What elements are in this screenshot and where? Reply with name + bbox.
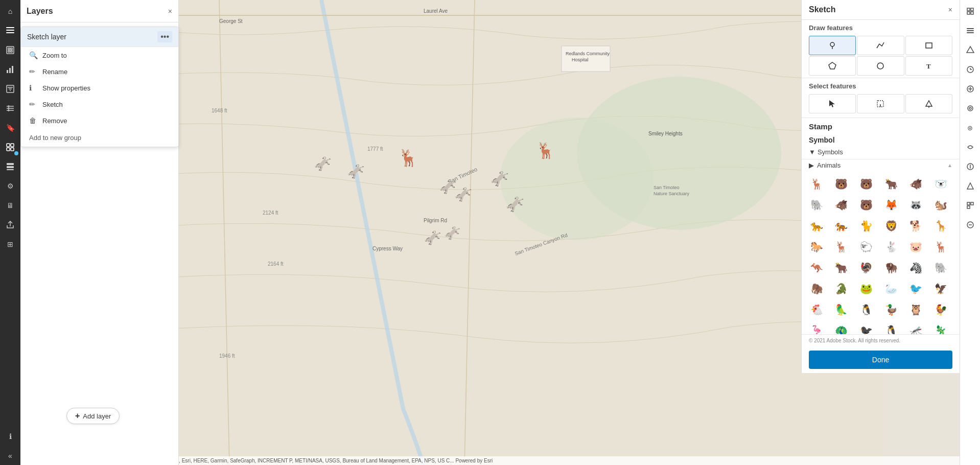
animal-boar[interactable]: 🐗 (906, 174, 926, 194)
remove-menu-item[interactable]: 🗑 Remove (21, 112, 178, 129)
animal-deer[interactable]: 🦌 (807, 174, 826, 194)
bookmark-toolbar-btn[interactable]: 🔖 (1, 119, 19, 137)
animal-eagle[interactable]: 🦅 (931, 279, 950, 298)
animal-grid[interactable]: 🦌🐻🐻🐂🐗🐻‍❄️🐘🐗🐻🦊🦝🐿️🐆🐅🐈🦁🐕🦒🐎🦌🐑🐇🐷🦌🦘🐂🦃🦬🦓🐘🦣🐊🐸🦢🐦🦅… (802, 171, 960, 334)
animal-crocodile[interactable]: 🐊 (832, 279, 851, 298)
animal-polar-bear[interactable]: 🐻‍❄️ (931, 174, 950, 194)
animal-crow[interactable]: 🐦‍⬛ (856, 321, 876, 334)
zoom-to-menu-item[interactable]: 🔍 Zoom to (21, 47, 178, 63)
animal-lion[interactable]: 🦁 (881, 216, 901, 236)
animal-flamingo[interactable]: 🦩 (807, 321, 826, 334)
animal-swan[interactable]: 🦢 (881, 279, 901, 298)
rt-btn-10[interactable] (961, 177, 979, 195)
animal-rooster[interactable]: 🐓 (931, 300, 950, 319)
animal-cheetah[interactable]: 🐆 (807, 216, 826, 236)
basemap-toolbar-btn[interactable] (1, 41, 19, 59)
rect-draw-tool-btn[interactable] (905, 36, 952, 55)
circle-draw-tool-btn[interactable] (857, 56, 904, 76)
animal-zebra[interactable]: 🦓 (906, 258, 926, 277)
apps-toolbar-btn[interactable]: ⊞ (1, 235, 19, 253)
add-layer-button[interactable]: + Add layer (66, 408, 120, 424)
monitor-toolbar-btn[interactable]: 🖥 (1, 196, 19, 215)
layers-toolbar-btn[interactable] (1, 21, 19, 40)
animal-horse[interactable]: 🐎 (807, 237, 826, 257)
filter-toolbar-btn[interactable] (1, 80, 19, 98)
animal-rabbit[interactable]: 🐇 (881, 237, 901, 257)
animal-bear-black[interactable]: 🐻 (856, 174, 876, 194)
animal-giraffe[interactable]: 🦒 (931, 216, 950, 236)
point-draw-tool-btn[interactable] (809, 36, 856, 55)
table-toolbar-btn[interactable] (1, 99, 19, 118)
rt-btn-3[interactable] (961, 41, 979, 59)
rt-btn-11[interactable] (961, 196, 979, 215)
svg-rect-33 (6, 30, 14, 31)
animal-tiger[interactable]: 🐅 (832, 216, 851, 236)
animal-deer-2[interactable]: 🦌 (832, 237, 851, 257)
animal-owl[interactable]: 🦉 (906, 300, 926, 319)
animal-turkey[interactable]: 🦃 (856, 258, 876, 277)
animal-bull[interactable]: 🐂 (832, 258, 851, 277)
animal-dog[interactable]: 🐕 (906, 216, 926, 236)
text-draw-tool-btn[interactable]: T (905, 56, 952, 76)
animal-penguin-2[interactable]: 🐧 (881, 321, 901, 334)
animal-sheep[interactable]: 🐑 (856, 237, 876, 257)
lasso-select-tool-btn[interactable] (857, 94, 904, 113)
polygon-draw-tool-btn[interactable] (809, 56, 856, 76)
sketch-menu-item[interactable]: ✏ Sketch (21, 96, 178, 112)
animal-mosquito[interactable]: 🦟 (906, 321, 926, 334)
animal-frog[interactable]: 🐸 (856, 279, 876, 298)
symbols-toggle-btn[interactable]: ▼ Symbols (809, 148, 843, 156)
animal-bird[interactable]: 🐦 (906, 279, 926, 298)
animal-elephant-dark[interactable]: 🐘 (807, 195, 826, 215)
rt-btn-5[interactable] (961, 80, 979, 98)
animals-dropdown[interactable]: ▶ Animals ▲ (802, 159, 960, 171)
animal-cat[interactable]: 🐈 (856, 216, 876, 236)
animal-peacock[interactable]: 🦚 (832, 321, 851, 334)
animal-lizard[interactable]: 🦎 (931, 321, 950, 334)
collapse-toolbar-btn[interactable]: « (1, 447, 19, 465)
rt-btn-4[interactable] (961, 60, 979, 79)
animal-deer-3[interactable]: 🦌 (931, 237, 950, 257)
animal-pig[interactable]: 🐷 (906, 237, 926, 257)
rt-btn-7[interactable]: ⊛ (961, 119, 979, 137)
polyline-draw-tool-btn[interactable] (857, 36, 904, 55)
animal-fox[interactable]: 🦊 (881, 195, 901, 215)
add-to-new-group-item[interactable]: Add to new group (21, 129, 178, 147)
rt-btn-1[interactable] (961, 2, 979, 20)
rename-menu-item[interactable]: ✏ Rename (21, 63, 178, 80)
animal-raccoon[interactable]: 🦝 (906, 195, 926, 215)
shape-select-tool-btn[interactable] (905, 94, 952, 113)
arrow-select-tool-btn[interactable] (809, 94, 856, 113)
animal-parrot[interactable]: 🦜 (832, 300, 851, 319)
rt-btn-9[interactable] (961, 157, 979, 176)
show-properties-menu-item[interactable]: ℹ Show properties (21, 80, 178, 96)
sketch-panel-close-btn[interactable]: × (948, 6, 952, 14)
share-toolbar-btn[interactable] (1, 216, 19, 234)
animal-mammoth[interactable]: 🦣 (807, 279, 826, 298)
animal-elephant[interactable]: 🐘 (931, 258, 950, 277)
rt-btn-6[interactable] (961, 99, 979, 118)
animal-bison[interactable]: 🐂 (881, 174, 901, 194)
analysis-toolbar-btn[interactable] (1, 60, 19, 79)
rt-btn-2[interactable] (961, 21, 979, 40)
animal-bear-brown[interactable]: 🐻 (832, 174, 851, 194)
rt-btn-12[interactable] (961, 216, 979, 234)
settings-toolbar-btn[interactable]: ⚙ (1, 177, 19, 195)
select-tools-container (802, 92, 960, 118)
home-toolbar-btn[interactable]: ⌂ (1, 2, 19, 20)
animal-boar-2[interactable]: 🐗 (832, 195, 851, 215)
data-toolbar-btn[interactable] (1, 138, 19, 156)
animal-duck[interactable]: 🦆 (881, 300, 901, 319)
layers-panel-close-btn[interactable]: × (168, 7, 172, 15)
animal-kangaroo[interactable]: 🦘 (807, 258, 826, 277)
animal-bear-3[interactable]: 🐻 (856, 195, 876, 215)
rt-btn-8[interactable] (961, 138, 979, 156)
content-toolbar-btn[interactable] (1, 157, 19, 176)
animal-squirrel[interactable]: 🐿️ (931, 195, 950, 215)
done-button[interactable]: Done (809, 351, 952, 369)
more-options-btn[interactable]: ••• (157, 31, 172, 42)
animal-chicken[interactable]: 🐔 (807, 300, 826, 319)
animal-bison-2[interactable]: 🦬 (881, 258, 901, 277)
info-toolbar-btn[interactable]: ℹ (1, 427, 19, 446)
animal-penguin[interactable]: 🐧 (856, 300, 876, 319)
